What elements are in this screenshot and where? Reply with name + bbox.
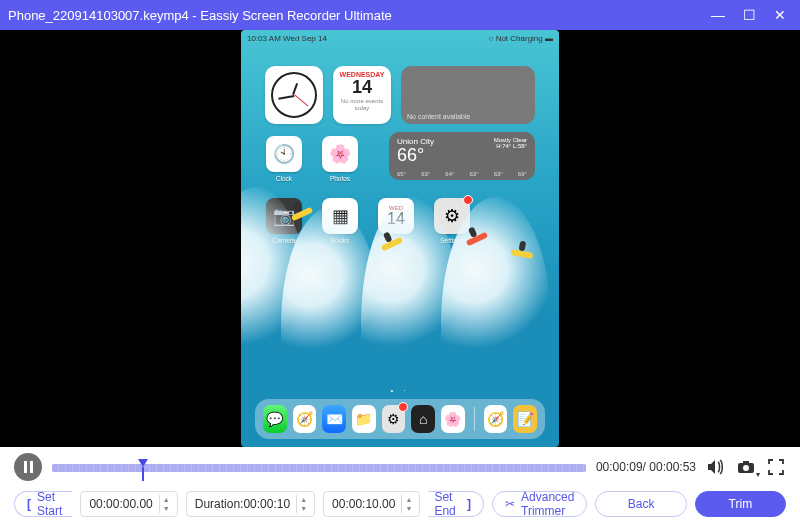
set-start-button[interactable]: [ Set Start [14, 491, 72, 517]
calendar-widget: WEDNESDAY 14 No more events today [333, 66, 391, 124]
seek-track[interactable] [52, 459, 586, 475]
books-icon: ▦ [322, 198, 358, 234]
duration-input[interactable]: Duration: 00:00:10 ▲▼ [186, 491, 315, 517]
advanced-trimmer-button[interactable]: ✂ Advanced Trimmer [492, 491, 587, 517]
weather-widget: Union City 66° Mostly Clear H:74° L:58° … [389, 132, 535, 180]
files-icon: 📁 [352, 405, 376, 433]
spin-up-button[interactable]: ▲ [160, 495, 173, 504]
spin-up-button[interactable]: ▲ [297, 495, 310, 504]
camera-icon [737, 460, 755, 474]
controls-panel: 00:00:09/ 00:00:53 ▾ [ Set Start 00:00:0… [0, 447, 800, 532]
notes-widget: No content available [401, 66, 535, 124]
spin-down-button[interactable]: ▼ [160, 504, 173, 513]
minimize-button[interactable]: — [711, 8, 725, 22]
app-clock: 🕙Clock [265, 136, 303, 182]
seek-marker[interactable] [138, 459, 148, 467]
svg-point-2 [743, 465, 749, 471]
trim-button[interactable]: Trim [695, 491, 786, 517]
start-time-input[interactable]: 00:00:00.00 ▲▼ [80, 491, 177, 517]
app-row-1: 🕙Clock 🌸Photos [265, 136, 359, 182]
app-calendar: WED14Calendar [377, 198, 415, 244]
trimmer-row: [ Set Start 00:00:00.00 ▲▼ Duration: 00:… [14, 491, 786, 517]
messages-icon: 💬 [263, 405, 287, 433]
spin-up-button[interactable]: ▲ [402, 495, 415, 504]
calendar-icon: WED14 [378, 198, 414, 234]
app-photos: 🌸Photos [321, 136, 359, 182]
badge-icon [463, 195, 473, 205]
scissors-icon: ✂ [505, 497, 515, 511]
titlebar: Phone_220914103007.keymp4 - Eassiy Scree… [0, 0, 800, 30]
page-indicator: • · [241, 386, 559, 395]
fullscreen-icon [768, 459, 784, 475]
end-time-input[interactable]: 00:00:10.00 ▲▼ [323, 491, 420, 517]
fullscreen-button[interactable] [766, 457, 786, 477]
dock-separator [474, 407, 475, 431]
pages-icon: 📝 [513, 405, 537, 433]
app-icon: ⌂ [411, 405, 435, 433]
weather-forecast: 65°63°64°63°63°69° [397, 171, 527, 177]
widgets-row: WEDNESDAY 14 No more events today No con… [265, 66, 535, 124]
filename: Phone_220914103007.keymp4 [8, 8, 189, 23]
dock: 💬 🧭 ✉️ 📁 ⚙ ⌂ 🌸 🧭 📝 [255, 399, 545, 439]
pause-button[interactable] [14, 453, 42, 481]
window-buttons: — ☐ ✕ [711, 8, 792, 22]
set-end-button[interactable]: Set End ] [428, 491, 484, 517]
volume-button[interactable] [706, 457, 726, 477]
app-name: Eassiy Screen Recorder Ultimate [200, 8, 391, 23]
volume-icon [707, 459, 725, 475]
weather-row: Union City 66° Mostly Clear H:74° L:58° … [389, 132, 535, 180]
close-button[interactable]: ✕ [774, 8, 786, 22]
safari-icon: 🧭 [293, 405, 317, 433]
photos-dock-icon: 🌸 [441, 405, 465, 433]
safari-recent-icon: 🧭 [484, 405, 508, 433]
ipad-statusbar: 10:03 AM Wed Sep 14 ○ Not Charging ▬ [247, 34, 553, 43]
time-display: 00:00:09/ 00:00:53 [596, 460, 696, 474]
maximize-button[interactable]: ☐ [743, 8, 756, 22]
ipad-screen: 10:03 AM Wed Sep 14 ○ Not Charging ▬ WED… [241, 30, 559, 447]
back-button[interactable]: Back [595, 491, 686, 517]
app-settings: ⚙Settings [433, 198, 471, 244]
settings-icon: ⚙ [434, 198, 470, 234]
svg-rect-1 [743, 461, 749, 464]
video-preview-area: 10:03 AM Wed Sep 14 ○ Not Charging ▬ WED… [0, 30, 800, 447]
spin-down-button[interactable]: ▼ [297, 504, 310, 513]
surfer-icon [511, 249, 534, 259]
duration-spinner: ▲▼ [296, 495, 310, 513]
settings-dock-icon: ⚙ [382, 405, 406, 433]
chevron-down-icon: ▾ [756, 470, 760, 479]
clock-icon: 🕙 [266, 136, 302, 172]
spin-down-button[interactable]: ▼ [402, 504, 415, 513]
pause-icon [24, 461, 33, 473]
start-spinner: ▲▼ [159, 495, 173, 513]
clock-widget [265, 66, 323, 124]
bracket-right-icon: ] [467, 497, 471, 511]
photos-icon: 🌸 [322, 136, 358, 172]
bracket-left-icon: [ [27, 497, 31, 511]
playback-row: 00:00:09/ 00:00:53 ▾ [14, 453, 786, 481]
clock-face-icon [271, 72, 317, 118]
mail-icon: ✉️ [322, 405, 346, 433]
end-spinner: ▲▼ [401, 495, 415, 513]
app-books: ▦Books [321, 198, 359, 244]
snapshot-button[interactable]: ▾ [736, 457, 756, 477]
window-title: Phone_220914103007.keymp4 - Eassiy Scree… [8, 8, 711, 23]
